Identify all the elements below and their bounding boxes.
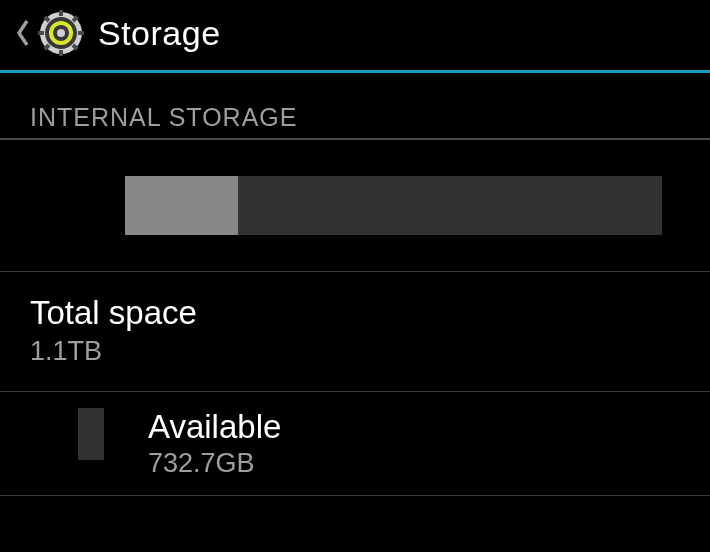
settings-icon[interactable] <box>38 10 84 56</box>
storage-usage-fill <box>125 176 238 235</box>
svg-rect-2 <box>59 50 63 56</box>
content: INTERNAL STORAGE Total space 1.1TB Avail… <box>0 73 710 496</box>
available-value: 732.7GB <box>148 448 281 479</box>
svg-point-12 <box>57 29 65 37</box>
available-text: Available 732.7GB <box>148 408 281 479</box>
app-header: Storage <box>0 0 710 73</box>
available-label: Available <box>148 408 281 446</box>
svg-rect-3 <box>38 31 44 35</box>
available-row[interactable]: Available 732.7GB <box>0 392 710 496</box>
total-space-value: 1.1TB <box>30 336 680 367</box>
svg-rect-4 <box>78 31 84 35</box>
available-swatch <box>78 408 104 460</box>
section-header-internal: INTERNAL STORAGE <box>0 73 710 140</box>
page-title: Storage <box>98 14 221 53</box>
total-space-label: Total space <box>30 294 680 332</box>
storage-usage-bar-row[interactable] <box>0 140 710 272</box>
back-icon[interactable] <box>12 14 34 52</box>
total-space-row[interactable]: Total space 1.1TB <box>0 272 710 392</box>
storage-usage-bar <box>125 176 662 235</box>
svg-rect-1 <box>59 10 63 16</box>
